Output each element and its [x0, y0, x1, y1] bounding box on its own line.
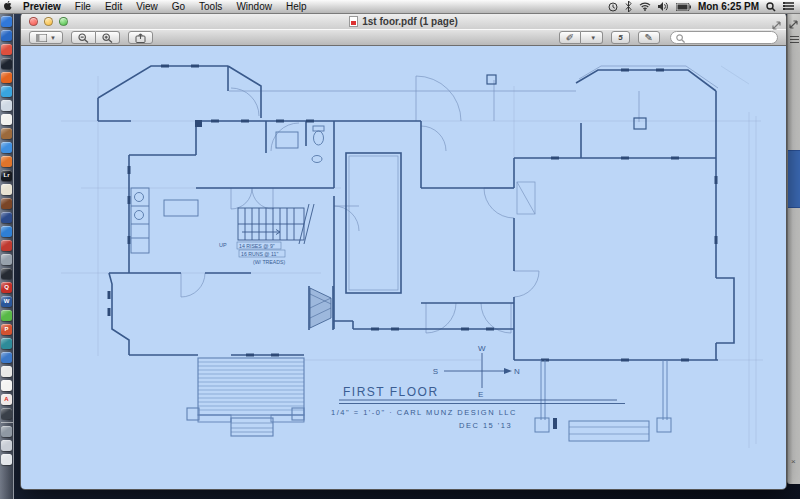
- share-button[interactable]: [128, 31, 153, 44]
- textedit-dock-icon[interactable]: [1, 366, 12, 377]
- markup-toolbar-button[interactable]: ✎: [638, 31, 660, 44]
- window-jamb-marks: [109, 66, 716, 360]
- dark-circle-app-dock-icon[interactable]: [1, 268, 12, 279]
- launchpad-dock-icon[interactable]: [1, 30, 12, 41]
- contacts-person-dock-icon[interactable]: [1, 352, 12, 363]
- folder-apps-dock-icon[interactable]: [1, 426, 12, 437]
- menu-preview[interactable]: Preview: [16, 0, 68, 14]
- svg-text:16 RUNS @ 11": 16 RUNS @ 11": [241, 251, 278, 257]
- svg-text:UP: UP: [219, 242, 227, 248]
- menu-bar: PreviewFileEditViewGoToolsWindowHelp Mon…: [0, 0, 800, 14]
- imovie-dock-icon[interactable]: [1, 212, 12, 223]
- bluetooth-icon[interactable]: [625, 1, 632, 12]
- gear-utility-dock-icon[interactable]: [1, 408, 12, 419]
- utility-orange-dock-icon[interactable]: [1, 156, 12, 167]
- deck: [187, 358, 304, 436]
- messages-dock-icon[interactable]: [1, 310, 12, 321]
- notification-center-icon[interactable]: [783, 2, 794, 11]
- floor-plan-drawing: S N W E UP 14 RISES @ 9" 16 RUNS @ 11" (…: [21, 46, 786, 489]
- svg-text:N: N: [514, 367, 520, 376]
- fullscreen-button[interactable]: [772, 16, 781, 34]
- menu-clock[interactable]: Mon 6:25 PM: [698, 1, 759, 12]
- stair-notes: UP 14 RISES @ 9" 16 RUNS @ 11" (W/ TREAD…: [219, 242, 285, 265]
- chrome-dock-icon[interactable]: [1, 44, 12, 55]
- app-store-dock-icon[interactable]: [1, 226, 12, 237]
- firefox-dock-icon[interactable]: [1, 72, 12, 83]
- plan-date: DEC 15 '13: [459, 421, 512, 430]
- loupe-app-dock-icon[interactable]: [1, 254, 12, 265]
- finder-dock-icon[interactable]: [1, 16, 12, 27]
- powerpoint-dock-icon[interactable]: P: [1, 324, 12, 335]
- list-lines-icon: [790, 34, 799, 45]
- safari-dock-icon[interactable]: [1, 86, 12, 97]
- apple-menu-icon[interactable]: [0, 0, 16, 13]
- folder-docs-dock-icon[interactable]: [1, 440, 12, 451]
- plan-scale: 1/4" = 1'-0" · CARL MUNZ DESIGN LLC: [331, 408, 517, 417]
- background-window-edge[interactable]: ×: [787, 14, 800, 484]
- chevron-down-icon: ▼: [50, 35, 56, 41]
- menu-window[interactable]: Window: [229, 0, 279, 14]
- svg-text:14 RISES @ 9": 14 RISES @ 9": [239, 243, 275, 249]
- toolbar: ▼ ✐ ▼ 5 ✎: [21, 29, 786, 46]
- menu-items: PreviewFileEditViewGoToolsWindowHelp: [16, 0, 314, 14]
- red-utility-dock-icon[interactable]: [1, 240, 12, 251]
- background-blue-block: [788, 150, 800, 208]
- quicktime-dock-icon[interactable]: Q: [1, 282, 12, 293]
- document-app-dock-icon[interactable]: [1, 380, 12, 391]
- search-input[interactable]: [685, 33, 787, 43]
- pdf-doc-icon: [349, 16, 358, 27]
- zoom-in-button[interactable]: [96, 31, 120, 44]
- x-glyph: ×: [791, 457, 796, 466]
- staircase: [238, 204, 314, 244]
- menu-tools[interactable]: Tools: [192, 0, 229, 14]
- svg-text:S: S: [433, 367, 438, 376]
- svg-text:(W/ TREADS): (W/ TREADS): [253, 259, 285, 265]
- calendar-dock-icon[interactable]: [1, 114, 12, 125]
- acrobat-dock-icon[interactable]: A: [1, 394, 12, 405]
- volume-icon[interactable]: [658, 2, 669, 11]
- view-menu-button[interactable]: ▼: [29, 31, 63, 44]
- svg-text:E: E: [478, 390, 483, 399]
- annotate-menu-button[interactable]: ▼: [581, 31, 603, 44]
- garageband-dock-icon[interactable]: [1, 198, 12, 209]
- contacts-dock-icon[interactable]: [1, 128, 12, 139]
- chevron-down-icon: ▼: [590, 35, 596, 41]
- search-field[interactable]: [670, 31, 778, 44]
- itunes-dock-icon[interactable]: [1, 142, 12, 153]
- clock-status-icon[interactable]: [608, 2, 618, 12]
- plan-title: FIRST FLOOR: [343, 385, 439, 399]
- compass: S N W E: [433, 344, 520, 399]
- preview-dock-icon[interactable]: [1, 100, 12, 111]
- spotlight-icon[interactable]: [766, 2, 776, 12]
- dock-separator: [1, 422, 13, 423]
- dock: LrQWPA: [0, 14, 14, 499]
- signature-button[interactable]: 5: [611, 31, 629, 44]
- menu-file[interactable]: File: [68, 0, 98, 14]
- trash-dock-icon[interactable]: [1, 454, 12, 465]
- photoshop-dock-icon[interactable]: [1, 58, 12, 69]
- zoom-out-button[interactable]: [71, 31, 96, 44]
- teal-globe-app-dock-icon[interactable]: [1, 338, 12, 349]
- title-bar[interactable]: 1st foor.pdf (1 page): [21, 13, 786, 29]
- preview-window: 1st foor.pdf (1 page) ▼ ✐ ▼ 5 ✎: [20, 12, 787, 490]
- desktop-expand-icon: [789, 15, 798, 33]
- word-dock-icon[interactable]: W: [1, 296, 12, 307]
- menu-go[interactable]: Go: [165, 0, 192, 14]
- bathroom-fixtures: [312, 126, 324, 163]
- menu-edit[interactable]: Edit: [98, 0, 129, 14]
- annotate-pen-button[interactable]: ✐: [559, 31, 581, 44]
- svg-text:W: W: [478, 344, 486, 353]
- wifi-icon[interactable]: [639, 2, 651, 11]
- iphoto-dock-icon[interactable]: [1, 184, 12, 195]
- pdf-page[interactable]: S N W E UP 14 RISES @ 9" 16 RUNS @ 11" (…: [21, 46, 786, 489]
- menu-view[interactable]: View: [129, 0, 165, 14]
- battery-icon[interactable]: [676, 3, 691, 11]
- search-icon: [676, 29, 685, 47]
- fireplace: [310, 288, 331, 328]
- lightroom-dock-icon[interactable]: Lr: [1, 170, 12, 181]
- menu-help[interactable]: Help: [279, 0, 314, 14]
- window-title: 1st foor.pdf (1 page): [21, 16, 786, 27]
